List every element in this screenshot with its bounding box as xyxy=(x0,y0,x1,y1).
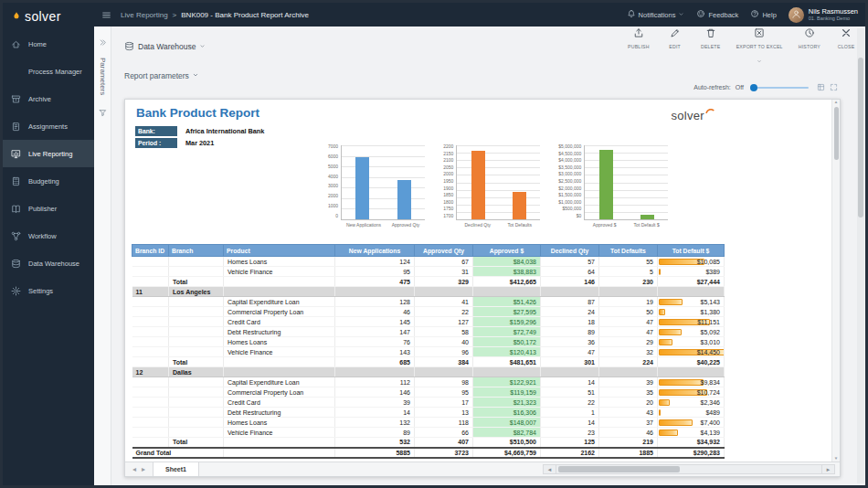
approved-usd-cell: $27,595 xyxy=(473,307,541,317)
app-logo[interactable]: solver xyxy=(3,3,94,30)
y-tick-label: 2000 xyxy=(443,171,453,176)
declined-qty-cell: 125 xyxy=(541,438,599,448)
product-cell: Vehicle Finance xyxy=(224,428,335,438)
sheet-prev-button[interactable]: ◂ xyxy=(132,465,136,473)
chevron-down-icon xyxy=(192,71,199,80)
sidebar-item-settings[interactable]: Settings xyxy=(3,277,94,304)
y-tick-label: 1900 xyxy=(443,186,453,191)
chart-bar xyxy=(355,157,369,219)
sidebar-item-label: Workflow xyxy=(28,232,57,240)
delete-button[interactable]: DELETE xyxy=(701,26,721,49)
filter-icon[interactable] xyxy=(99,104,107,121)
y-tick-label: $3,000,000 xyxy=(558,171,581,176)
user-menu[interactable]: Nils Rasmussen 01. Banking Demo xyxy=(789,7,858,23)
cell xyxy=(335,367,415,377)
hamburger-icon[interactable] xyxy=(101,10,111,20)
table-row-product: Commercial Property Loan14695$119,159513… xyxy=(132,387,725,398)
sheet-bar: ◂ ▸ Sheet1 ◄ ► xyxy=(125,461,840,476)
expand-panel-icon[interactable] xyxy=(99,34,107,50)
cell xyxy=(132,377,169,387)
chart-plot xyxy=(341,145,425,220)
topbar: Live Reporting > BNK009 - Bank Product R… xyxy=(94,3,865,27)
toolbar-actions: PUBLISHEDITDELETEEXPORT TO EXCELHISTORYC… xyxy=(628,26,856,68)
sidebar-item-process-manager[interactable]: Process Manager xyxy=(3,58,94,85)
sheet-tab[interactable]: Sheet1 xyxy=(153,462,199,476)
column-header: Declined Qty xyxy=(541,245,599,257)
sidebar-item-publisher[interactable]: Publisher xyxy=(3,195,94,222)
approved-qty-cell: 3723 xyxy=(415,448,473,458)
breadcrumb-page: BNK009 - Bank Product Report Archive xyxy=(181,11,309,19)
declined-qty-cell: 47 xyxy=(541,347,599,357)
report-logo-text: solver xyxy=(672,109,704,122)
sidebar-item-label: Home xyxy=(28,40,47,48)
sidebar-item-label: Assignments xyxy=(28,122,68,131)
export-to-excel-button[interactable]: EXPORT TO EXCEL xyxy=(736,26,783,68)
close-button[interactable]: CLOSE xyxy=(836,26,856,49)
auto-refresh-toggle[interactable] xyxy=(752,87,809,89)
gridline xyxy=(457,167,540,168)
gridline xyxy=(585,160,668,161)
tot-default-usd-cell: $489 xyxy=(658,408,725,418)
page-vertical-scrollbar[interactable] xyxy=(857,28,864,483)
vertical-scroll-thumb[interactable] xyxy=(834,107,839,160)
table-row-product: Vehicle Finance8966$82,7842346$4,139 xyxy=(132,428,725,438)
sidebar-item-budgeting[interactable]: Budgeting xyxy=(3,167,94,195)
cell xyxy=(132,337,169,347)
gridline xyxy=(457,145,540,146)
declined-qty-cell: 23 xyxy=(541,428,599,438)
sidebar-item-assignments[interactable]: Assignments xyxy=(3,112,94,140)
tot-defaults-cell: 47 xyxy=(599,327,658,337)
tot-default-usd-cell: $34,932 xyxy=(658,438,725,448)
approved-usd-cell: $122,921 xyxy=(473,377,541,387)
approved-usd-cell: $119,159 xyxy=(473,387,541,398)
data-source-selector[interactable]: Data Warehouse xyxy=(124,41,206,53)
notifications-button[interactable]: Notifications xyxy=(627,9,685,20)
approved-qty-cell: 41 xyxy=(415,297,473,307)
hscroll-left-button[interactable]: ◄ xyxy=(543,464,556,474)
table-row-product: Credit Card3917$21,3232220$2,346 xyxy=(132,398,725,408)
fullscreen-icon[interactable] xyxy=(830,83,838,91)
y-tick-label: 2100 xyxy=(443,157,453,163)
sidebar-item-data-warehouse[interactable]: Data Warehouse xyxy=(3,249,94,277)
approved-qty-cell: 31 xyxy=(415,267,473,277)
total-label: Total xyxy=(169,277,224,287)
new-applications-cell: 475 xyxy=(335,277,415,287)
table-view-icon[interactable] xyxy=(817,83,825,91)
chart-3: $5,000,000$4,500,000$4,000,000$3,500,000… xyxy=(558,145,668,228)
table-row-product: Credit Card145127$159,2961847$11,151 xyxy=(132,317,725,327)
delete-icon xyxy=(705,26,716,42)
history-button[interactable]: HISTORY xyxy=(799,26,820,49)
gridline xyxy=(342,208,425,209)
report-horizontal-scrollbar[interactable] xyxy=(556,464,821,474)
toggle-knob[interactable] xyxy=(750,84,757,91)
scroll-up-icon[interactable]: ▲ xyxy=(834,100,838,104)
hscroll-right-button[interactable]: ► xyxy=(821,464,835,474)
sheet-next-button[interactable]: ▸ xyxy=(142,465,145,473)
sidebar-item-archive[interactable]: Archive xyxy=(3,85,94,112)
publish-button[interactable]: PUBLISH xyxy=(628,26,650,49)
approved-qty-cell: 13 xyxy=(415,408,473,418)
branch-name-cell: Los Angeles xyxy=(169,287,224,297)
new-applications-cell: 145 xyxy=(335,317,415,327)
edit-button[interactable]: EDIT xyxy=(665,26,685,49)
sidebar-item-live-reporting[interactable]: Live Reporting xyxy=(3,140,94,167)
parameters-panel-collapsed[interactable]: Parameters xyxy=(94,27,111,485)
breadcrumb-section[interactable]: Live Reporting xyxy=(121,11,168,19)
sidebar-item-workflow[interactable]: Workflow xyxy=(3,222,94,249)
parameters-panel-label: Parameters xyxy=(99,58,107,95)
sidebar-item-home[interactable]: Home xyxy=(3,30,94,58)
horizontal-scroll-thumb[interactable] xyxy=(558,466,680,472)
table-row-total: Total475329$412,665146230$27,444 xyxy=(132,277,725,287)
report-parameters-toggle[interactable]: Report parameters xyxy=(124,71,199,80)
action-label: DELETE xyxy=(701,44,720,49)
help-button[interactable]: Help xyxy=(750,9,776,20)
chart-x-labels: New ApplicationsApproved Qty xyxy=(341,222,425,228)
cell xyxy=(169,377,224,387)
page-scroll-thumb[interactable] xyxy=(858,58,863,217)
scroll-down-icon[interactable]: ▼ xyxy=(834,456,838,461)
y-tick-label: 5000 xyxy=(328,164,338,169)
approved-qty-cell: 127 xyxy=(415,317,473,327)
report-vertical-scrollbar[interactable]: ▲ ▼ xyxy=(831,100,840,461)
cell xyxy=(132,418,169,428)
feedback-button[interactable]: Feedback xyxy=(696,9,738,20)
